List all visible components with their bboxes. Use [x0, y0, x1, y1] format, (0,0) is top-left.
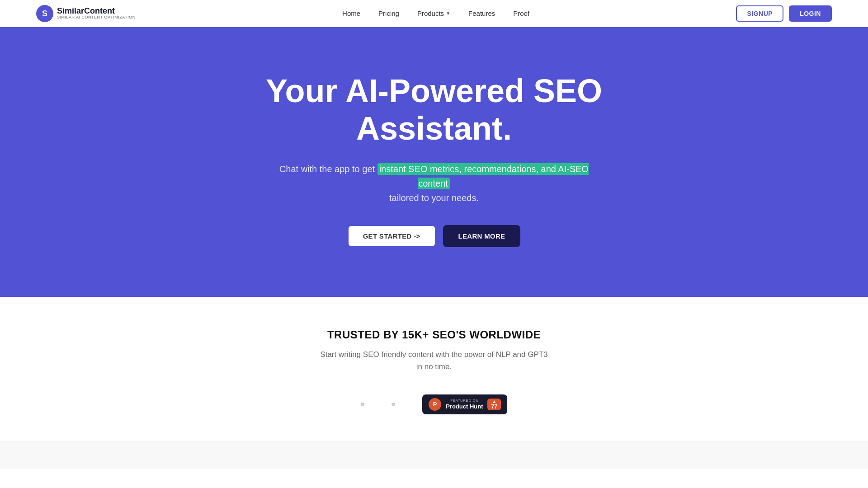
navbar: S SimilarContent SIMILAR AI CONTENT OPTI… — [0, 0, 868, 27]
trust-subtitle: Start writing SEO friendly content with … — [298, 348, 570, 373]
product-hunt-text: FEATURED ON Product Hunt — [446, 399, 483, 410]
product-hunt-badge[interactable]: P FEATURED ON Product Hunt ▲ 77 — [422, 394, 507, 414]
trust-title: TRUSTED BY 15K+ SEO'S WORLDWIDE — [36, 328, 832, 341]
nav-links: Home Pricing Products ▼ Features Proof — [342, 9, 529, 18]
logo-dot-1 — [361, 403, 364, 406]
brand-name: SimilarContent — [57, 7, 136, 16]
hero-subtitle: Chat with the app to get instant SEO met… — [276, 162, 592, 205]
nav-features[interactable]: Features — [468, 9, 495, 17]
hero-buttons: GET STARTED -> LEARN MORE — [348, 225, 521, 247]
ph-votes: ▲ 77 — [487, 399, 500, 410]
trust-logos: P FEATURED ON Product Hunt ▲ 77 — [36, 394, 832, 414]
ph-count: 77 — [491, 404, 497, 409]
hero-section: Your AI-Powered SEO Assistant. Chat with… — [0, 27, 868, 297]
brand-logo-link[interactable]: S SimilarContent SIMILAR AI CONTENT OPTI… — [36, 5, 136, 22]
trust-section: TRUSTED BY 15K+ SEO'S WORLDWIDE Start wr… — [0, 297, 868, 441]
brand-logo-icon: S — [36, 5, 53, 22]
nav-products[interactable]: Products ▼ — [417, 9, 450, 17]
navbar-actions: SIGNUP LOGIN — [736, 5, 832, 22]
ph-name: Product Hunt — [446, 403, 483, 410]
bottom-bar — [0, 441, 868, 469]
signup-button[interactable]: SIGNUP — [736, 5, 783, 22]
nav-pricing[interactable]: Pricing — [378, 9, 399, 17]
brand-tagline: SIMILAR AI CONTENT OPTIMIZATION — [57, 15, 136, 20]
logo-dot-2 — [392, 403, 395, 406]
learn-more-button[interactable]: LEARN MORE — [443, 225, 521, 247]
login-button[interactable]: LOGIN — [789, 5, 832, 22]
product-hunt-icon: P — [429, 398, 441, 411]
dropdown-arrow-icon: ▼ — [446, 11, 450, 16]
get-started-button[interactable]: GET STARTED -> — [348, 225, 436, 247]
nav-home[interactable]: Home — [342, 9, 360, 17]
ph-featured-on: FEATURED ON — [446, 399, 483, 403]
nav-proof[interactable]: Proof — [513, 9, 529, 17]
hero-title: Your AI-Powered SEO Assistant. — [266, 72, 602, 147]
brand-text: SimilarContent SIMILAR AI CONTENT OPTIMI… — [57, 7, 136, 20]
svg-text:S: S — [42, 9, 47, 18]
hero-highlight: instant SEO metrics, recommendations, an… — [377, 163, 589, 189]
